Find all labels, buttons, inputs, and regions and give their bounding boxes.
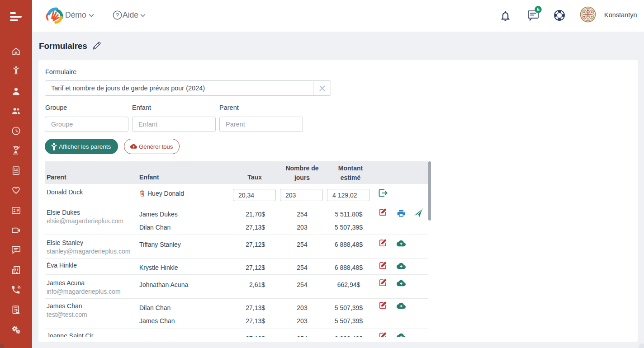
svg-text:?: ? bbox=[116, 12, 119, 19]
svg-text:5: 5 bbox=[537, 7, 540, 12]
